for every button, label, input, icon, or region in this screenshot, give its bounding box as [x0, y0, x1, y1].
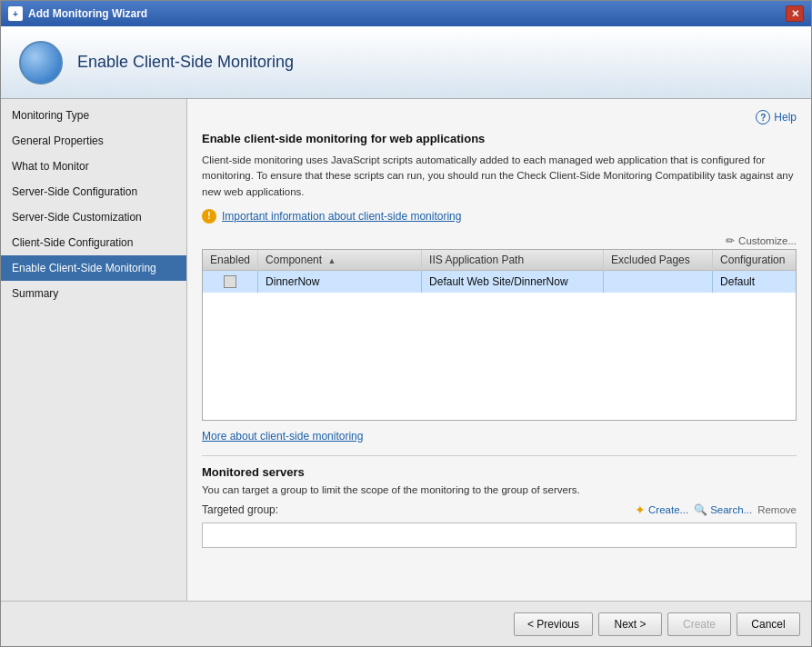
cell-configuration: Default — [713, 270, 796, 293]
remove-group-label: Remove — [757, 504, 797, 515]
close-button[interactable]: ✕ — [786, 5, 804, 22]
sidebar-item-enable-client-side-monitoring[interactable]: Enable Client-Side Monitoring — [1, 255, 186, 281]
col-component[interactable]: Component ▲ — [258, 250, 422, 271]
components-table-container: Enabled Component ▲ IIS Application Path… — [202, 249, 797, 421]
col-configuration[interactable]: Configuration — [713, 250, 796, 271]
create-group-button[interactable]: ✦ Create... — [635, 503, 688, 517]
cell-enabled — [203, 270, 258, 293]
cell-component: DinnerNow — [258, 270, 422, 293]
help-row: ? Help — [202, 110, 797, 124]
cancel-button[interactable]: Cancel — [737, 612, 800, 636]
previous-button[interactable]: < Previous — [514, 612, 593, 636]
footer-bar: < Previous Next > Create Cancel — [1, 601, 811, 646]
title-bar-title: Add Monitoring Wizard — [28, 7, 786, 20]
info-link[interactable]: Important information about client-side … — [222, 210, 461, 223]
search-group-button[interactable]: 🔍 Search... — [694, 503, 752, 516]
col-enabled[interactable]: Enabled — [203, 250, 258, 271]
customize-icon: ✏ — [726, 234, 735, 247]
sidebar-item-general-properties[interactable]: General Properties — [1, 128, 186, 154]
info-icon: ! — [202, 209, 216, 224]
sidebar-item-client-side-configuration[interactable]: Client-Side Configuration — [1, 230, 186, 255]
sidebar-item-summary[interactable]: Summary — [1, 281, 186, 306]
title-bar-icon: + — [8, 6, 23, 21]
help-icon: ? — [756, 110, 770, 124]
next-button[interactable]: Next > — [598, 612, 662, 636]
targeted-group-input[interactable] — [202, 523, 797, 548]
header-icon — [19, 41, 63, 85]
sidebar-item-server-side-customization[interactable]: Server-Side Customization — [1, 204, 186, 230]
help-link[interactable]: ? Help — [756, 110, 797, 124]
sidebar-item-server-side-configuration[interactable]: Server-Side Configuration — [1, 179, 186, 204]
main-content: ? Help Enable client-side monitoring for… — [187, 99, 811, 601]
targeted-label: Targeted group: — [202, 503, 278, 516]
title-bar: + Add Monitoring Wizard ✕ — [1, 1, 811, 26]
cell-iis-path: Default Web Site/DinnerNow — [422, 270, 604, 293]
customize-button[interactable]: ✏ Customize... — [726, 234, 797, 247]
description-text: Client-side monitoring uses JavaScript s… — [202, 153, 797, 200]
table-row[interactable]: DinnerNow Default Web Site/DinnerNow Def… — [203, 270, 796, 293]
create-star-icon: ✦ — [635, 503, 646, 517]
more-link[interactable]: More about client-side monitoring — [202, 430, 363, 443]
sidebar-item-monitoring-type[interactable]: Monitoring Type — [1, 103, 186, 128]
wizard-window: + Add Monitoring Wizard ✕ Enable Client-… — [0, 0, 812, 647]
targeted-row: Targeted group: ✦ Create... 🔍 Search... … — [202, 503, 797, 517]
info-link-row: ! Important information about client-sid… — [202, 209, 797, 224]
create-button[interactable]: Create — [667, 612, 731, 636]
col-iis-path[interactable]: IIS Application Path — [422, 250, 604, 271]
monitored-servers-heading: Monitored servers — [202, 455, 797, 479]
components-table: Enabled Component ▲ IIS Application Path… — [203, 250, 796, 293]
sort-arrow-component: ▲ — [327, 256, 336, 265]
enabled-checkbox[interactable] — [224, 275, 236, 288]
search-icon: 🔍 — [694, 503, 707, 516]
sidebar-item-what-to-monitor[interactable]: What to Monitor — [1, 154, 186, 179]
header-panel: Enable Client-Side Monitoring — [1, 26, 811, 99]
table-empty-area — [203, 293, 796, 420]
table-toolbar: ✏ Customize... — [202, 234, 797, 247]
col-excluded-pages[interactable]: Excluded Pages — [604, 250, 713, 271]
targeted-btns: ✦ Create... 🔍 Search... Remove — [635, 503, 797, 517]
header-title: Enable Client-Side Monitoring — [77, 53, 294, 72]
monitored-servers-desc: You can target a group to limit the scop… — [202, 484, 797, 495]
sidebar: Monitoring Type General Properties What … — [1, 99, 187, 601]
cell-excluded-pages — [604, 270, 713, 293]
section-heading: Enable client-side monitoring for web ap… — [202, 132, 797, 145]
body-area: Monitoring Type General Properties What … — [1, 99, 811, 601]
